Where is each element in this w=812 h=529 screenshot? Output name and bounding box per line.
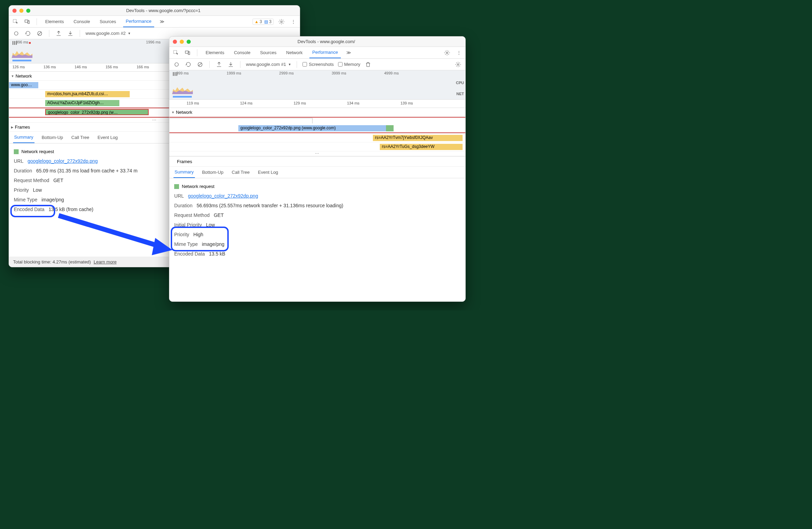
screenshots-checkbox[interactable]: Screenshots (303, 62, 334, 67)
duration-label: Duration (14, 168, 32, 173)
warning-badge[interactable]: ▲ 3 ▤ 3 (252, 19, 274, 25)
inspect-icon[interactable] (12, 18, 19, 26)
inspect-icon[interactable] (172, 49, 180, 57)
svg-point-13 (457, 63, 459, 65)
gear-icon[interactable] (278, 18, 285, 26)
titlebar: DevTools - www.google.com/ (169, 37, 465, 47)
close-icon[interactable] (12, 9, 17, 13)
url-link[interactable]: googlelogo_color_272x92dp.png (188, 193, 258, 199)
net-bar-res[interactable]: AGvuzYaZuuCrJpF1idZiOgh… (45, 100, 119, 106)
more-tabs-icon[interactable]: ≫ (158, 18, 166, 26)
method-value: GET (53, 178, 63, 183)
net-bar-main[interactable]: www.goo… (9, 82, 38, 88)
net-bar-script[interactable]: rs=AA2YrTuGs_dsg3deeYW (380, 144, 463, 150)
overview-minimap[interactable]: 999 ms 1999 ms 2999 ms 3999 ms 4999 ms C… (169, 70, 465, 100)
kebab-icon[interactable]: ⋮ (455, 49, 463, 57)
session-value: www.google.com #2 (86, 31, 126, 36)
tab-network[interactable]: Network (284, 47, 306, 58)
memory-checkbox[interactable]: Memory (338, 62, 360, 67)
close-icon[interactable] (173, 40, 177, 44)
subtab-summary[interactable]: Summary (174, 167, 195, 178)
panel-title: Network request (182, 184, 215, 189)
collapse-arrow-icon: ▼ (171, 111, 175, 114)
annotation-circle (10, 205, 55, 217)
minimize-icon[interactable] (180, 40, 184, 44)
zoom-icon[interactable] (26, 9, 30, 13)
warning-count: 3 (260, 19, 262, 24)
clear-icon[interactable] (196, 61, 204, 68)
summary-panel: Network request URLgooglelogo_color_272x… (169, 178, 465, 263)
svg-rect-1 (25, 20, 28, 22)
record-icon[interactable] (173, 61, 180, 68)
url-link[interactable]: googlelogo_color_272x92dp.png (28, 158, 98, 164)
tab-console[interactable]: Console (231, 47, 253, 58)
tab-sources[interactable]: Sources (97, 16, 119, 27)
overview-net-bar (173, 96, 192, 98)
more-tabs-icon[interactable]: ≫ (345, 49, 353, 57)
time-ruler[interactable]: 119 ms 124 ms 129 ms 134 ms 139 ms (169, 100, 465, 108)
subtab-bottom-up[interactable]: Bottom-Up (41, 132, 64, 143)
subtab-summary[interactable]: Summary (13, 132, 34, 143)
method-label: Request Method (14, 178, 49, 183)
ruler-tick: 146 ms (75, 65, 87, 69)
duration-label: Duration (174, 203, 192, 208)
ruler-tick: 126 ms (12, 65, 25, 69)
gear-icon[interactable] (454, 61, 462, 68)
kebab-icon[interactable]: ⋮ (289, 18, 297, 26)
net-bar-image[interactable]: googlelogo_color_272x92dp.png (www.googl… (238, 125, 394, 131)
subtab-bottom-up[interactable]: Bottom-Up (201, 167, 225, 178)
frames-section-header[interactable]: Frames (169, 156, 465, 167)
subtab-event-log[interactable]: Event Log (97, 132, 119, 143)
net-bar-image-label: googlelogo_color_272x92dp.png (www.googl… (240, 126, 336, 130)
method-label: Request Method (174, 212, 210, 218)
gear-icon[interactable] (443, 49, 451, 57)
svg-rect-8 (185, 51, 188, 53)
reload-icon[interactable] (185, 61, 192, 68)
download-icon[interactable] (227, 61, 235, 68)
upload-icon[interactable] (55, 30, 62, 37)
net-bar-script[interactable]: rs=AA2YrTvm7jYwbsf0XJQAav (373, 135, 463, 141)
annotation-circle (171, 227, 229, 251)
subtab-call-tree[interactable]: Call Tree (70, 132, 90, 143)
tab-sources[interactable]: Sources (257, 47, 279, 58)
subtab-event-log[interactable]: Event Log (257, 167, 279, 178)
zoom-icon[interactable] (187, 40, 191, 44)
tab-console[interactable]: Console (71, 16, 93, 27)
tab-performance[interactable]: Performance (123, 16, 154, 27)
net-bar-script[interactable]: m=cdos,hsm,jsa,mb4ZUb,d,csi… (45, 91, 130, 97)
network-section-header[interactable]: ▼ Network (169, 108, 465, 117)
session-select[interactable]: www.google.com #2 ▼ (86, 31, 131, 36)
record-icon[interactable] (12, 30, 20, 37)
info-count: 3 (269, 19, 271, 24)
ruler-tick: 136 ms (43, 65, 56, 69)
subtab-call-tree[interactable]: Call Tree (231, 167, 251, 178)
window-title: DevTools - www.google.com/ (191, 39, 462, 44)
svg-point-11 (175, 62, 179, 66)
learn-more-link[interactable]: Learn more (93, 259, 116, 264)
lane-expand-handle[interactable]: ⋯ (169, 151, 465, 156)
tab-performance[interactable]: Performance (309, 47, 340, 58)
download-icon[interactable] (67, 30, 74, 37)
panel-title: Network request (21, 149, 54, 154)
chevron-down-icon: ▼ (288, 63, 291, 66)
net-bar-image-selected[interactable]: googlelogo_color_272x92dp.png (w… (45, 109, 149, 115)
upload-icon[interactable] (215, 61, 223, 68)
reload-icon[interactable] (24, 30, 32, 37)
svg-point-10 (446, 52, 448, 53)
tab-elements[interactable]: Elements (203, 47, 227, 58)
ruler-tick: 166 ms (137, 65, 149, 69)
overview-tick: 999 ms (176, 71, 189, 75)
tab-elements[interactable]: Elements (42, 16, 67, 27)
device-toggle-icon[interactable] (184, 49, 191, 57)
network-lane: rs=AA2YrTvm7jYwbsf0XJQAav (169, 133, 465, 142)
svg-point-4 (14, 31, 18, 35)
trash-icon[interactable] (364, 61, 372, 68)
encoded-value: 13.5 kB (from cache) (49, 207, 93, 212)
minimize-icon[interactable] (19, 9, 23, 13)
clear-icon[interactable] (36, 30, 43, 37)
priority-value: Low (33, 187, 42, 193)
session-select[interactable]: www.google.com #1 ▼ (246, 62, 291, 67)
ruler-tick: 134 ms (347, 101, 359, 105)
device-toggle-icon[interactable] (23, 18, 31, 26)
overview-bars (12, 41, 17, 45)
